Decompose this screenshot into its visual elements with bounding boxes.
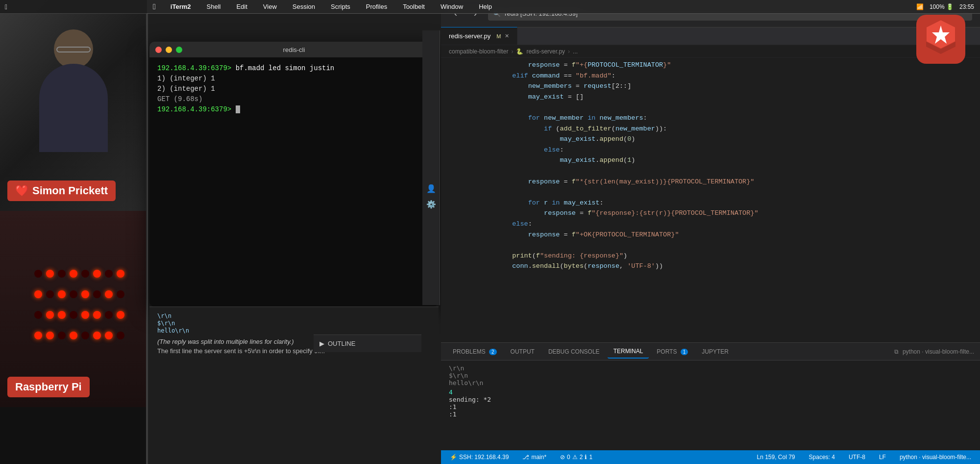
split-terminal-icon[interactable]: ⧉ <box>894 348 899 355</box>
code-text-1: response = f"+{PROTOCOL_TERMINATOR}" <box>465 60 671 71</box>
activity-bar: 👤 ⚙️ <box>422 30 440 305</box>
tab-debug-console[interactable]: DEBUG CONSOLE <box>542 345 606 358</box>
code-line-5 <box>441 102 980 113</box>
menubar-window[interactable]: Window <box>438 2 466 11</box>
term-prompt-2: 192.168.4.39:6379> <box>157 105 231 113</box>
tab-ports[interactable]: PORTS 1 <box>651 345 694 358</box>
traffic-max-btn[interactable] <box>176 47 182 53</box>
statusbar-language[interactable]: python · visual-bloom-filte... <box>897 450 974 464</box>
code-text-15: response = f"{response}:{str(r)}{PROTOCO… <box>465 208 759 219</box>
led-3-8 <box>117 311 124 319</box>
code-text-4: may_exist = [] <box>465 92 584 103</box>
breadcrumb-ellipsis: ... <box>573 48 578 55</box>
git-icon: ⎇ <box>522 454 529 461</box>
traffic-min-btn[interactable] <box>166 47 172 53</box>
tab-output-label: OUTPUT <box>511 348 535 355</box>
error-icon: ⊘ <box>560 454 565 461</box>
code-line-19: print(f"sending: {response}") <box>441 251 980 261</box>
led-4-1 <box>34 332 42 339</box>
terminal-output-line-3: hello\r\n <box>449 379 972 387</box>
bottom-tabs: PROBLEMS 2 OUTPUT DEBUG CONSOLE TERMINAL… <box>441 343 980 361</box>
person-name: Simon Prickett <box>32 184 108 197</box>
breadcrumb-root[interactable]: compatible-bloom-filter <box>449 48 508 55</box>
tab-debug-label: DEBUG CONSOLE <box>548 348 600 355</box>
code-line-16: else: <box>441 219 980 230</box>
tab-close-btn[interactable]: ✕ <box>505 33 509 39</box>
tab-jupyter[interactable]: JUPYTER <box>696 345 735 358</box>
webcam-bottom: Raspberry Pi <box>0 211 147 407</box>
terminal-sending-value: sending: *2 <box>449 396 972 403</box>
led-1-3 <box>58 270 66 278</box>
menubar-edit[interactable]: Edit <box>233 2 250 11</box>
menubar-shell[interactable]: Shell <box>204 2 224 11</box>
led-4-3 <box>58 332 66 339</box>
menubar-view[interactable]: View <box>260 2 280 11</box>
user-icon[interactable]: 👤 <box>424 181 438 195</box>
outline-icon: ▶ <box>319 340 324 347</box>
settings-icon[interactable]: ⚙️ <box>424 197 438 211</box>
led-3-1 <box>34 311 42 319</box>
vscode-editor[interactable]: response = f"+{PROTOCOL_TERMINATOR}" eli… <box>441 58 980 342</box>
colon-1: :1 <box>449 403 457 411</box>
statusbar-branch[interactable]: ⎇ main* <box>519 450 549 464</box>
code-line-13 <box>441 187 980 198</box>
led-grid <box>24 260 122 358</box>
close-terminal-icon[interactable]: python · visual-bloom-filte... <box>903 348 974 355</box>
term-cursor <box>236 105 240 113</box>
menubar-help[interactable]: Help <box>476 2 495 11</box>
code-text-14: for r in may_exist: <box>465 198 604 208</box>
menubar-scripts[interactable]: Scripts <box>328 2 353 11</box>
menubar-session[interactable]: Session <box>290 2 318 11</box>
statusbar-ssh[interactable]: ⚡ SSH: 192.168.4.39 <box>447 450 512 464</box>
terminal-content[interactable]: \r\n $\r\n hello\r\n 4 sending: *2 :1 :1 <box>441 361 980 450</box>
terminal-line-sending: 4 <box>449 388 972 396</box>
colon-2: :1 <box>449 411 457 418</box>
statusbar-eol[interactable]: LF <box>876 450 889 464</box>
tab-redis-server[interactable]: redis-server.py M ✕ <box>441 27 517 45</box>
terminal-line-4: GET (9.68s) <box>157 94 431 104</box>
code-text-10: may_exist.append(1) <box>465 155 635 166</box>
info-count: 1 <box>589 454 592 461</box>
terminal-line-1: 192.168.4.39:6379> bf.madd led simon jus… <box>157 63 431 74</box>
encoding-text: UTF-8 <box>849 454 865 461</box>
doc-line-3: hello\r\n <box>157 327 189 334</box>
tab-terminal[interactable]: TERMINAL <box>608 345 649 359</box>
tab-output[interactable]: OUTPUT <box>505 345 540 358</box>
apple-menu-icon[interactable]:  <box>153 2 156 11</box>
term-out-3: hello\r\n <box>449 379 483 387</box>
ports-badge: 1 <box>681 349 688 355</box>
code-line-3: new_members = request[2::] <box>441 81 980 92</box>
terminal-line-5: 192.168.4.39:6379> <box>157 104 431 115</box>
breadcrumb-file-icon: 🐍 <box>516 48 523 55</box>
led-2-5 <box>81 290 89 298</box>
code-line-2: elif command == "bf.madd": <box>441 71 980 81</box>
led-3-4 <box>70 311 77 319</box>
doc-line-2: $\r\n <box>157 320 175 327</box>
code-line-15: response = f"{response}:{str(r)}{PROTOCO… <box>441 208 980 219</box>
menubar-iterm2[interactable]: iTerm2 <box>168 2 194 11</box>
statusbar-errors[interactable]: ⊘ 0 ⚠ 2 ℹ 1 <box>557 450 595 464</box>
statusbar-encoding[interactable]: UTF-8 <box>846 450 868 464</box>
statusbar-spaces[interactable]: Spaces: 4 <box>806 450 838 464</box>
menubar-battery: 100% 🔋 <box>930 3 954 10</box>
breadcrumb-file[interactable]: redis-server.py <box>526 48 565 55</box>
led-1-4 <box>70 270 77 278</box>
spaces-text: Spaces: 4 <box>809 454 835 461</box>
iterm-window: redis-cli ⌘1 192.168.4.39:6379> bf.madd … <box>149 42 439 307</box>
tab-label: redis-server.py <box>449 32 490 40</box>
statusbar-position[interactable]: Ln 159, Col 79 <box>754 450 798 464</box>
menubar-profiles[interactable]: Profiles <box>363 2 390 11</box>
tab-modified-indicator: M <box>496 33 501 39</box>
menubar-wifi-icon: 📶 <box>916 3 924 10</box>
doc-code-2: $\r\n <box>157 319 431 327</box>
menubar-toolbelt[interactable]: Toolbelt <box>400 2 428 11</box>
traffic-close-btn[interactable] <box>155 47 162 53</box>
code-line-12: response = f"*{str(len(may_exist))}{PROT… <box>441 177 980 187</box>
doc-code-1: \r\n <box>157 312 431 319</box>
language-text: python · visual-bloom-filte... <box>900 454 971 461</box>
tab-problems[interactable]: PROBLEMS 2 <box>447 345 503 358</box>
name-badge-simon: ❤️ Simon Prickett <box>7 180 116 201</box>
outline-panel[interactable]: ▶ OUTLINE <box>314 335 421 352</box>
breadcrumb-sep-2: › <box>568 48 570 55</box>
iterm-content[interactable]: 192.168.4.39:6379> bf.madd led simon jus… <box>149 57 439 307</box>
